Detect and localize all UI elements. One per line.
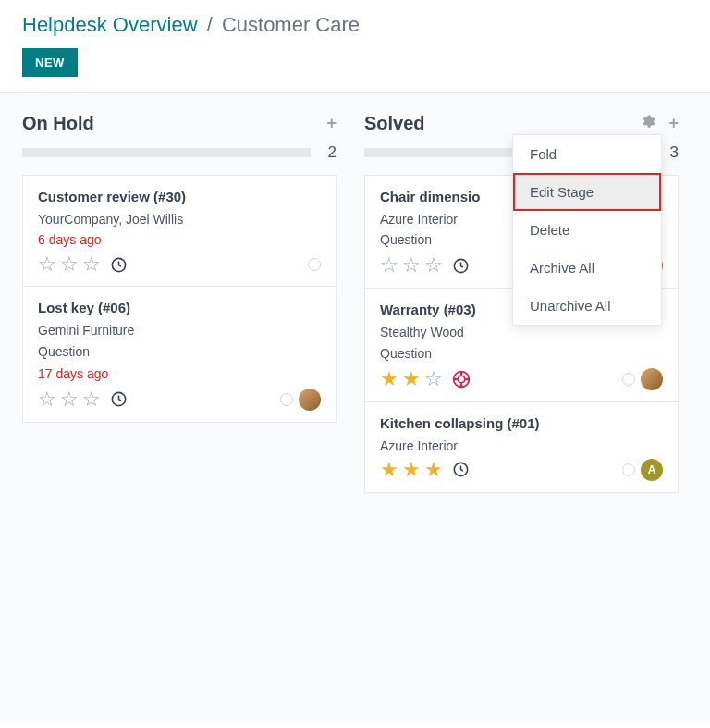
card-footer-right — [622, 368, 663, 390]
breadcrumb-parent-link[interactable]: Helpdesk Overview — [22, 13, 198, 36]
star-icon[interactable]: ☆ — [424, 255, 443, 276]
card-footer: ☆☆☆ — [38, 389, 321, 411]
card-priority-row: ☆☆☆ — [38, 254, 128, 275]
column-header: On Hold+ — [22, 113, 337, 134]
star-icon[interactable]: ★ — [424, 460, 443, 480]
column-header: Solved+ — [364, 113, 679, 134]
new-button[interactable]: NEW — [22, 48, 78, 77]
column-count: 3 — [666, 143, 679, 162]
card-priority-row: ★★★ — [380, 460, 470, 480]
status-dot[interactable] — [308, 258, 321, 271]
status-dot[interactable] — [280, 393, 293, 406]
dropdown-item[interactable]: Fold — [513, 135, 661, 173]
card-age: 6 days ago — [38, 232, 321, 247]
star-icon[interactable]: ☆ — [60, 389, 79, 410]
card-footer-right — [308, 258, 321, 271]
progress-bar — [22, 148, 311, 157]
star-icon[interactable]: ★ — [402, 369, 421, 389]
breadcrumb-current: Customer Care — [222, 13, 360, 36]
star-icon[interactable]: ☆ — [424, 369, 443, 389]
page-header: Helpdesk Overview / Customer Care NEW — [0, 0, 710, 93]
star-icon[interactable]: ☆ — [82, 389, 101, 410]
kanban-card[interactable]: Kitchen collapsing (#01)Azure Interior★★… — [364, 401, 679, 493]
card-footer: ★★☆ — [380, 368, 663, 390]
clock-icon[interactable] — [110, 390, 128, 408]
card-age: 17 days ago — [38, 366, 321, 381]
column-actions: + — [326, 114, 337, 133]
column-title: On Hold — [22, 113, 94, 134]
card-subtitle: YourCompany, Joel Willis — [38, 210, 321, 228]
svg-point-4 — [458, 376, 465, 383]
card-footer: ★★★A — [380, 459, 663, 481]
star-icon[interactable]: ☆ — [60, 254, 79, 275]
star-icon[interactable]: ☆ — [402, 255, 421, 276]
card-footer-right: A — [622, 459, 663, 481]
card-footer-right — [280, 389, 321, 411]
clock-icon[interactable] — [452, 461, 470, 478]
kanban-card[interactable]: Lost key (#06)Gemini FurnitureQuestion17… — [22, 286, 337, 422]
column-actions: + — [640, 114, 679, 134]
card-priority-row: ☆☆☆ — [380, 255, 470, 276]
stage-dropdown-menu: FoldEdit StageDeleteArchive AllUnarchive… — [512, 134, 662, 326]
card-subtitle: Stealthy Wood — [380, 323, 663, 341]
status-dot[interactable] — [622, 373, 635, 386]
column-count: 2 — [324, 143, 337, 162]
lifering-icon[interactable] — [452, 370, 471, 389]
kanban-column: On Hold+2Customer review (#30)YourCompan… — [22, 113, 337, 701]
breadcrumb: Helpdesk Overview / Customer Care — [22, 13, 688, 37]
card-tag: Question — [38, 344, 321, 359]
card-footer: ☆☆☆ — [38, 254, 321, 275]
status-dot[interactable] — [622, 463, 635, 476]
star-icon[interactable]: ★ — [380, 460, 398, 480]
star-icon[interactable]: ☆ — [82, 254, 101, 275]
clock-icon[interactable] — [452, 257, 470, 275]
column-progress-row: 2 — [22, 143, 337, 162]
kanban-board: FoldEdit StageDeleteArchive AllUnarchive… — [0, 93, 710, 722]
star-icon[interactable]: ☆ — [380, 255, 398, 276]
column-title: Solved — [364, 113, 425, 134]
dropdown-item[interactable]: Delete — [513, 211, 661, 249]
dropdown-item[interactable]: Edit Stage — [513, 173, 661, 211]
avatar[interactable] — [299, 389, 321, 411]
card-subtitle: Azure Interior — [380, 437, 663, 455]
dropdown-item[interactable]: Archive All — [513, 249, 661, 287]
card-title: Lost key (#06) — [38, 300, 321, 315]
card-title: Kitchen collapsing (#01) — [380, 415, 663, 431]
card-subtitle: Gemini Furniture — [38, 321, 321, 339]
avatar[interactable]: A — [641, 459, 663, 481]
plus-icon[interactable]: + — [668, 114, 679, 133]
star-icon[interactable]: ☆ — [38, 389, 56, 410]
avatar[interactable] — [641, 368, 663, 390]
star-icon[interactable]: ☆ — [38, 254, 56, 275]
card-tag: Question — [380, 346, 663, 361]
breadcrumb-separator: / — [207, 13, 213, 36]
gear-icon[interactable] — [640, 114, 655, 134]
card-priority-row: ★★☆ — [380, 369, 471, 389]
dropdown-item[interactable]: Unarchive All — [513, 287, 661, 325]
plus-icon[interactable]: + — [326, 114, 337, 133]
kanban-card[interactable]: Customer review (#30)YourCompany, Joel W… — [22, 175, 337, 287]
star-icon[interactable]: ★ — [380, 369, 398, 389]
clock-icon[interactable] — [110, 256, 128, 274]
card-priority-row: ☆☆☆ — [38, 389, 128, 410]
card-title: Customer review (#30) — [38, 189, 321, 204]
star-icon[interactable]: ★ — [402, 460, 421, 480]
